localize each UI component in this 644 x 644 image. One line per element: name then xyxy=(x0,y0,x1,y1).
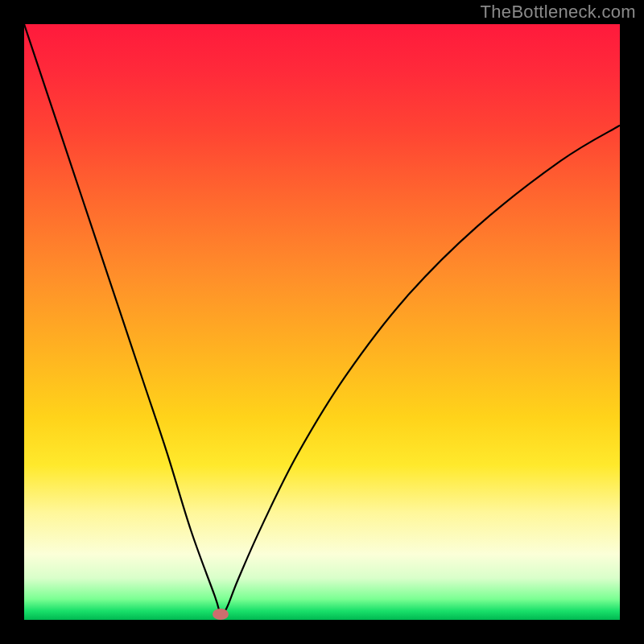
plot-area xyxy=(24,24,620,620)
vertex-marker xyxy=(213,609,229,620)
curve-svg xyxy=(24,24,620,620)
watermark-text: TheBottleneck.com xyxy=(481,2,636,23)
chart-frame: TheBottleneck.com xyxy=(0,0,644,644)
bottleneck-curve xyxy=(24,24,620,615)
